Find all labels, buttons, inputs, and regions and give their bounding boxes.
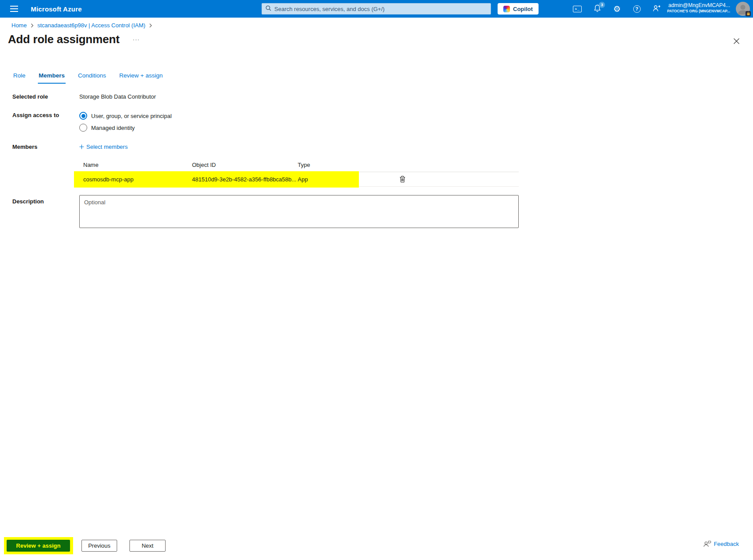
- notifications-button[interactable]: 3: [592, 4, 602, 14]
- lock-icon: [746, 11, 751, 16]
- highlight-annotation: Review + assign: [4, 537, 73, 554]
- previous-button[interactable]: Previous: [81, 540, 117, 552]
- page-title: Add role assignment: [8, 33, 119, 46]
- help-icon: ?: [633, 5, 641, 13]
- account-menu[interactable]: admin@MngEnvMCAP4... PATOCHE'S ORG (MNGE…: [667, 2, 730, 14]
- chevron-right-icon: [149, 23, 152, 28]
- account-username: admin@MngEnvMCAP4...: [667, 2, 730, 9]
- assign-access-radio-group: User, group, or service principal Manage…: [79, 112, 172, 132]
- hamburger-menu-button[interactable]: [5, 0, 23, 18]
- feedback-button[interactable]: [652, 4, 661, 14]
- tab-bar: Role Members Conditions Review + assign: [12, 70, 164, 84]
- help-button[interactable]: ?: [632, 4, 642, 14]
- close-icon: [733, 38, 740, 44]
- radio-label: User, group, or service principal: [91, 113, 172, 119]
- member-type-cell: App: [298, 176, 377, 183]
- table-row: cosmosdb-mcp-app 481510d9-3e2b-4582-a356…: [79, 172, 519, 187]
- members-tab-content: Selected role Storage Blob Data Contribu…: [12, 93, 519, 228]
- trash-icon: [399, 176, 406, 183]
- account-organization: PATOCHE'S ORG (MNGENVMCAP...: [667, 9, 730, 14]
- tab-conditions[interactable]: Conditions: [77, 70, 107, 84]
- selected-role-row: Selected role Storage Blob Data Contribu…: [12, 93, 519, 100]
- copilot-label: Copilot: [513, 6, 533, 12]
- brand-title: Microsoft Azure: [31, 0, 82, 18]
- person-feedback-icon: [653, 4, 661, 13]
- search-input[interactable]: [274, 6, 487, 12]
- member-name-cell: cosmosdb-mcp-app: [79, 176, 192, 183]
- close-button[interactable]: [732, 37, 741, 47]
- topbar-icon-group: >_ 3 ⚙ ?: [572, 0, 661, 18]
- breadcrumb: Home stcanadaeast6p98v | Access Control …: [11, 22, 152, 29]
- global-search[interactable]: [262, 3, 491, 15]
- tab-members[interactable]: Members: [38, 70, 66, 84]
- description-label: Description: [12, 195, 79, 205]
- members-label: Members: [12, 144, 79, 150]
- member-object-id-cell: 481510d9-3e2b-4582-a356-ffb8bca58b...: [192, 176, 298, 183]
- tab-role[interactable]: Role: [12, 70, 26, 84]
- members-table-header: Name Object ID Type: [79, 158, 519, 172]
- search-icon: [266, 5, 271, 12]
- selected-role-value: Storage Blob Data Contributor: [79, 93, 156, 100]
- avatar[interactable]: [736, 2, 750, 16]
- assign-access-label: Assign access to: [12, 112, 79, 118]
- breadcrumb-resource-link[interactable]: stcanadaeast6p98v | Access Control (IAM): [37, 22, 145, 29]
- terminal-icon: >_: [573, 6, 582, 12]
- radio-label: Managed identity: [91, 125, 135, 131]
- feedback-link[interactable]: Feedback: [703, 541, 739, 547]
- next-button[interactable]: Next: [129, 540, 166, 552]
- select-members-link[interactable]: Select members: [79, 144, 128, 150]
- plus-icon: [79, 144, 84, 149]
- column-header-object-id: Object ID: [192, 162, 298, 168]
- radio-unselected-icon: [79, 124, 87, 132]
- column-header-type: Type: [298, 162, 377, 168]
- more-options-button[interactable]: ···: [131, 35, 141, 44]
- review-assign-button[interactable]: Review + assign: [7, 540, 70, 552]
- settings-button[interactable]: ⚙: [612, 4, 622, 14]
- radio-managed-identity[interactable]: Managed identity: [79, 124, 172, 132]
- column-header-name: Name: [79, 162, 192, 168]
- remove-member-button[interactable]: [398, 174, 407, 184]
- members-table: Name Object ID Type cosmosdb-mcp-app 481…: [79, 158, 519, 187]
- copilot-button[interactable]: Copilot: [498, 3, 539, 15]
- azure-top-bar: Microsoft Azure Copilot >_ 3 ⚙ ?: [0, 0, 753, 18]
- copilot-icon: [503, 6, 510, 12]
- action-bar: Review + assign Previous Next Feedback: [0, 534, 753, 560]
- feedback-person-icon: [703, 541, 711, 547]
- members-row: Members Select members: [12, 144, 519, 150]
- breadcrumb-home-link[interactable]: Home: [11, 22, 27, 29]
- radio-selected-icon: [79, 112, 87, 120]
- cloud-shell-button[interactable]: >_: [572, 4, 582, 14]
- description-row: Description: [12, 195, 519, 228]
- selected-role-label: Selected role: [12, 93, 79, 100]
- feedback-label: Feedback: [714, 541, 739, 547]
- tab-review-assign[interactable]: Review + assign: [118, 70, 164, 84]
- select-members-label: Select members: [86, 144, 128, 150]
- assign-access-row: Assign access to User, group, or service…: [12, 112, 519, 132]
- notification-badge: 3: [599, 2, 605, 8]
- description-textarea[interactable]: [79, 195, 519, 228]
- radio-user-group-service-principal[interactable]: User, group, or service principal: [79, 112, 172, 120]
- chevron-right-icon: [30, 23, 34, 28]
- gear-icon: ⚙: [613, 5, 620, 13]
